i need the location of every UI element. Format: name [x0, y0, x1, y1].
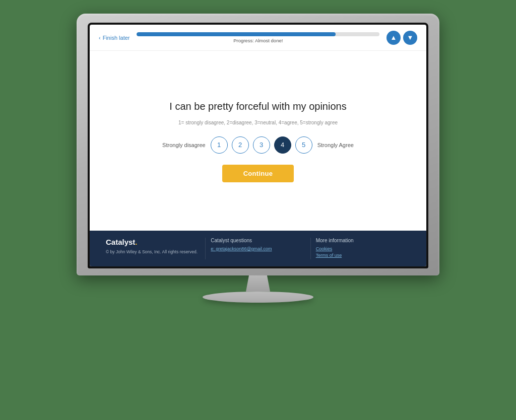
main-content: I can be pretty forceful with my opinion… [90, 51, 426, 231]
monitor-base [203, 292, 313, 303]
footer-col3-title: More information [316, 238, 410, 243]
email-prefix: e: [211, 246, 216, 251]
progress-label: Progress: Almost done! [233, 38, 283, 43]
footer-col-questions: Catalyst questions e: gretajackson86@gma… [206, 238, 310, 259]
footer-copyright: © by John Wiley & Sons, Inc. All rights … [106, 249, 200, 255]
monitor-wrapper: ‹ Finish later Progress: Almost done! ▲ … [61, 14, 455, 406]
question-subtitle: 1= strongly disagree, 2=disagree, 3=neut… [178, 120, 338, 125]
footer-email[interactable]: e: gretajackson86@gmail.com [211, 246, 305, 251]
continue-button[interactable]: Continue [222, 165, 294, 182]
rating-option-1[interactable]: 1 [211, 136, 228, 154]
footer-col2-title: Catalyst questions [211, 238, 305, 243]
footer: Catalyst. © by John Wiley & Sons, Inc. A… [90, 231, 426, 266]
rating-option-5[interactable]: 5 [295, 136, 312, 154]
question-title: I can be pretty forceful with my opinion… [169, 100, 346, 113]
rating-row: Strongly disagree 1 2 3 4 5 Strongly Agr… [162, 136, 354, 154]
monitor-bezel: ‹ Finish later Progress: Almost done! ▲ … [88, 23, 428, 268]
progress-bar-container [137, 32, 379, 36]
chevron-left-icon: ‹ [99, 35, 101, 41]
nav-buttons: ▲ ▼ [386, 31, 417, 45]
monitor-neck [243, 275, 273, 292]
footer-link-cookies[interactable]: Cookies [316, 246, 410, 251]
rating-option-2[interactable]: 2 [232, 136, 249, 154]
top-bar: ‹ Finish later Progress: Almost done! ▲ … [90, 25, 426, 51]
rating-option-3[interactable]: 3 [253, 136, 270, 154]
brand-dot: . [135, 238, 137, 246]
left-label: Strongly disagree [162, 142, 206, 148]
footer-col-brand: Catalyst. © by John Wiley & Sons, Inc. A… [101, 238, 206, 259]
email-address[interactable]: gretajackson86@gmail.com [216, 246, 272, 251]
monitor-body: ‹ Finish later Progress: Almost done! ▲ … [77, 14, 439, 275]
brand-name: Catalyst [106, 238, 135, 246]
right-label: Strongly Agree [317, 142, 354, 148]
nav-up-button[interactable]: ▲ [386, 31, 401, 45]
nav-down-button[interactable]: ▼ [403, 31, 417, 45]
finish-later-link[interactable]: ‹ Finish later [99, 35, 130, 41]
screen: ‹ Finish later Progress: Almost done! ▲ … [90, 25, 426, 266]
finish-later-label: Finish later [103, 35, 130, 41]
progress-bar-fill [137, 32, 336, 36]
progress-section: Progress: Almost done! [137, 32, 379, 43]
rating-options: 1 2 3 4 5 [211, 136, 312, 154]
rating-option-4[interactable]: 4 [274, 136, 291, 154]
footer-col-info: More information Cookies Terms of use [311, 238, 415, 259]
footer-brand: Catalyst. [106, 238, 200, 246]
footer-link-terms[interactable]: Terms of use [316, 253, 410, 258]
